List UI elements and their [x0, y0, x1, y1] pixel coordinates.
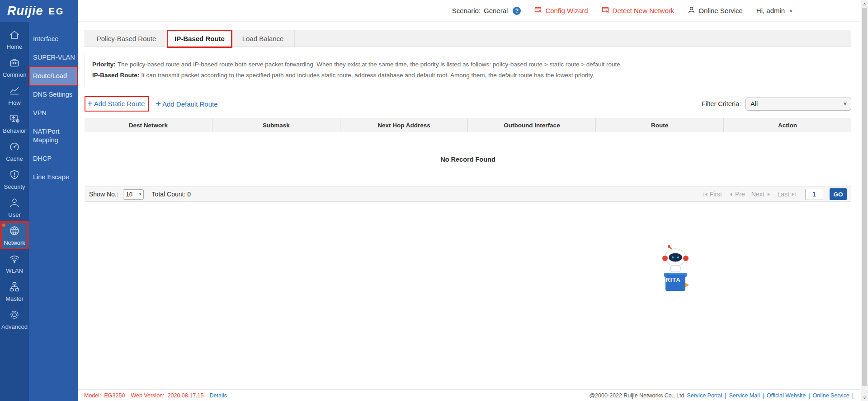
sidebar-item-behavior[interactable]: Behavior	[0, 110, 29, 136]
detect-new-network-label: Detect New Network	[613, 7, 675, 14]
help-icon[interactable]: ?	[513, 7, 521, 15]
column-next-hop-address: Next Hop Address	[340, 118, 468, 132]
service-mail-link[interactable]: Service Mail	[729, 392, 760, 399]
submenu-item-nat-port-mapping[interactable]: NAT/Port Mapping	[29, 122, 78, 149]
model-label: Model:	[84, 392, 101, 399]
notice-line-priority: Priority:The policy-based route and IP-b…	[92, 59, 844, 70]
info-notice: Priority:The policy-based route and IP-b…	[85, 54, 851, 86]
next-page-button[interactable]: Next	[751, 191, 771, 198]
add-static-route-button[interactable]: + Add Static Route	[87, 99, 145, 108]
scroll-up-arrow[interactable]: ∧	[861, 0, 868, 7]
shield-icon	[9, 169, 20, 182]
toolbar: + Add Static Route + Add Default Route F…	[85, 96, 851, 112]
routes-table: Dest Network Submask Next Hop Address Ou…	[85, 118, 851, 187]
page-size-controls: Show No.: 10 ▾ Total Count: 0	[89, 189, 191, 200]
tab-bar: Policy-Based Route IP-Based Route Load B…	[85, 30, 851, 47]
next-page-icon	[766, 192, 771, 197]
copyright-text: @2000-2022 Ruijie Networks Co., Ltd	[589, 392, 684, 399]
rita-assistant[interactable]: RITA	[656, 243, 694, 294]
scenario: Scenario: General ?	[452, 7, 521, 15]
online-service-link[interactable]: Online Service	[812, 392, 849, 399]
go-button[interactable]: GO	[830, 188, 847, 200]
submenu-item-route-load[interactable]: Route/Load	[29, 67, 78, 85]
submenu-item-super-vlan[interactable]: SUPER-VLAN	[29, 48, 78, 67]
detect-new-network-button[interactable]: Detect New Network	[602, 6, 675, 15]
column-route: Route	[596, 118, 724, 132]
secondary-sidebar: Interface SUPER-VLAN Route/Load DNS Sett…	[29, 22, 78, 401]
sidebar-item-network[interactable]: Network	[0, 222, 29, 248]
notice-line-ip-based-route: IP-Based Route:It can transmit packet ac…	[92, 70, 844, 81]
tab-load-balance[interactable]: Load Balance	[231, 30, 295, 47]
column-action: Action	[724, 118, 851, 132]
home-icon	[9, 29, 20, 42]
first-page-button[interactable]: First	[703, 191, 722, 198]
submenu-item-dhcp[interactable]: DHCP	[29, 149, 78, 168]
total-count: Total Count: 0	[152, 191, 191, 198]
service-portal-link[interactable]: Service Portal	[687, 392, 722, 399]
filter-criteria: Filter Criteria: All ∨	[702, 98, 851, 111]
column-dest-network: Dest Network	[85, 118, 212, 132]
main-content: Policy-Based Route IP-Based Route Load B…	[78, 22, 861, 389]
user-menu[interactable]: Hi, admin ∨	[756, 7, 793, 14]
sidebar-item-cache[interactable]: Cache	[0, 138, 29, 164]
sidebar-item-flow[interactable]: Flow	[0, 82, 29, 108]
product-name: EG	[49, 6, 65, 17]
pagination-bar: Show No.: 10 ▾ Total Count: 0 First	[85, 187, 851, 202]
official-website-link[interactable]: Official Website	[767, 392, 806, 399]
sidebar-item-master[interactable]: Master	[0, 278, 29, 304]
sidebar-item-wlan[interactable]: WLAN	[0, 250, 29, 276]
column-outbound-interface: Outbound Interface	[468, 118, 596, 132]
show-no-label: Show No.:	[89, 191, 118, 198]
model-value: EG3250	[104, 392, 125, 399]
submenu-item-line-escape[interactable]: Line Escape	[29, 168, 78, 187]
web-version-value: 2020.08.17.15	[168, 392, 204, 399]
submenu-item-interface[interactable]: Interface	[29, 30, 78, 48]
wizard-icon	[534, 6, 542, 15]
submenu-item-dns-settings[interactable]: DNS Settings	[29, 85, 78, 104]
pager-controls: First Pre Next Last GO	[703, 188, 847, 200]
footer-device-info: Model: EG3250 Web Version: 2020.08.17.15…	[84, 392, 227, 399]
globe-icon	[9, 225, 20, 238]
submenu-item-vpn[interactable]: VPN	[29, 104, 78, 122]
config-wizard-button[interactable]: Config Wizard	[534, 6, 588, 15]
first-page-icon	[703, 192, 708, 197]
previous-page-icon	[728, 192, 733, 197]
online-service-button[interactable]: Online Service	[688, 6, 743, 15]
scrollbar-thumb[interactable]	[862, 8, 867, 386]
gauge-icon	[9, 141, 20, 154]
primary-sidebar: Home Common Flow Behavior Cache Security…	[0, 22, 29, 401]
topbar: Scenario: General ? Config Wizard Detect…	[78, 0, 861, 22]
last-page-button[interactable]: Last	[778, 191, 796, 198]
details-link[interactable]: Details	[209, 392, 226, 399]
scenario-value: General	[484, 7, 508, 14]
plus-icon: +	[156, 99, 161, 108]
person-icon	[9, 197, 20, 210]
last-page-icon	[791, 192, 796, 197]
sidebar-item-security[interactable]: Security	[0, 166, 29, 192]
brand-logo: Ruijie EG	[0, 0, 78, 22]
no-record-text: No Record Found	[440, 156, 495, 163]
sidebar-item-home[interactable]: Home	[0, 26, 29, 52]
gear-icon	[9, 309, 20, 322]
previous-page-button[interactable]: Pre	[728, 191, 745, 198]
greeting-label: Hi, admin	[756, 7, 785, 14]
sidebar-item-common[interactable]: Common	[0, 54, 29, 80]
column-submask: Submask	[212, 118, 340, 132]
brand-name: Ruijie	[7, 4, 43, 18]
footer-links: @2000-2022 Ruijie Networks Co., Ltd Serv…	[589, 392, 854, 399]
briefcase-icon	[9, 57, 20, 70]
sidebar-item-user[interactable]: User	[0, 194, 29, 220]
filter-criteria-select[interactable]: All	[745, 98, 851, 111]
person-icon	[688, 6, 695, 15]
page-size-select[interactable]: 10	[123, 189, 144, 200]
add-default-route-button[interactable]: + Add Default Route	[156, 99, 217, 108]
rita-label: RITA	[663, 276, 683, 283]
robot-mascot-icon	[656, 243, 694, 294]
tab-policy-based-route[interactable]: Policy-Based Route	[85, 30, 168, 47]
page-number-input[interactable]	[805, 189, 823, 200]
chevron-down-icon: ∨	[789, 8, 793, 13]
tab-ip-based-route[interactable]: IP-Based Route	[168, 30, 231, 46]
scroll-down-arrow[interactable]: ∨	[861, 394, 868, 401]
vertical-scrollbar: ∧ ∨	[861, 0, 868, 401]
sidebar-item-advanced[interactable]: Advanced	[0, 306, 29, 332]
